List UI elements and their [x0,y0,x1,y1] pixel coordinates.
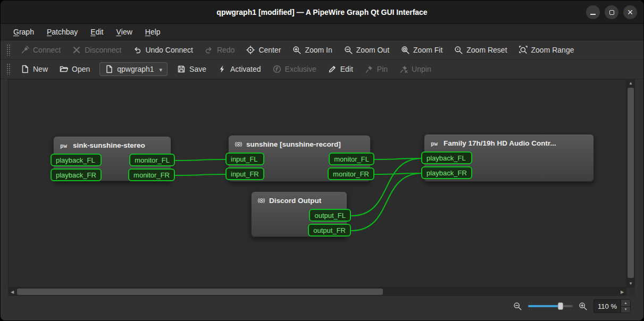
zoom-spinbox[interactable]: 110 % [593,299,631,313]
port-sunshine-input-fr[interactable]: input_FR [225,167,264,180]
port-sunshine-monitor-fl[interactable]: monitor_FL [329,153,374,165]
close-button[interactable] [623,5,637,19]
port-sink-monitor-fl[interactable]: monitor_FL [129,154,175,166]
toolbar-label: Save [189,65,206,73]
toolbar-center-button[interactable]: Center [240,43,287,57]
pipewire-icon: pw [60,142,69,149]
toolbar-undo-connect-button[interactable]: Undo Connect [127,43,199,57]
unpin-icon [399,65,408,73]
port-family-playback-fl[interactable]: playback_FL [421,151,472,164]
node-header: pwsink-sunshine-stereo [54,137,171,152]
toolbar-open-button[interactable]: Open [54,62,96,77]
zoom-reset-icon [454,46,463,54]
pipewire-icon: pw [430,140,440,147]
toolbar-zoom-out-button[interactable]: Zoom Out [338,43,395,57]
toolbar-handle-icon[interactable] [6,63,10,75]
port-discord-output-fr[interactable]: output_FR [308,224,351,236]
port-sunshine-monitor-fr[interactable]: monitor_FR [328,167,374,180]
toolbar-zoom-range-button[interactable]: Zoom Range [513,43,580,57]
node-title: sunshine [sunshine-record] [246,140,341,148]
port-sink-playback-fr[interactable]: playback_FR [51,168,102,181]
horizontal-scrollbar[interactable] [8,288,626,296]
toolbar-zoom-reset-button[interactable]: Zoom Reset [448,43,513,57]
node-title: sink-sunshine-stereo [73,141,145,149]
minimize-button[interactable] [586,5,600,19]
toolbar-label: Pin [377,65,388,73]
port-sunshine-input-fl[interactable]: input_FL [225,153,264,165]
toolbar-save-button[interactable]: Save [171,62,212,77]
minimize-icon [590,14,596,15]
maximize-icon [609,10,614,15]
zoom-out-icon [344,46,353,54]
toolbar-exclusive-button: Exclusive [267,62,322,77]
zoom-spin-up-icon[interactable] [621,300,630,307]
zoom-spin-down-icon[interactable] [621,307,630,313]
node-discord[interactable]: Discord Outputoutput_FLoutput_FR [251,191,347,237]
toolbar-handle-icon[interactable] [6,44,10,56]
node-header: sunshine [sunshine-record] [229,136,370,151]
toolbar-qpwgraph1-dropdown[interactable]: qpwgraph1 [99,62,168,76]
node-sunshine[interactable]: sunshine [sunshine-record]input_FLinput_… [228,135,371,182]
maximize-button[interactable] [605,5,618,19]
node-header: Discord Output [252,192,347,207]
toolbar-activated-button[interactable]: Activated [212,62,267,77]
menu-edit[interactable]: Edit [84,24,110,40]
toolbar-new-button[interactable]: New [15,62,54,77]
toolbar-pin-button: Pin [359,62,394,77]
wire-sink-monitor-fr-to-sunshine-input-fr[interactable] [175,174,226,175]
zoom-value: 110 % [594,300,621,312]
titlebar[interactable]: qpwgraph1 [modified] — A PipeWire Graph … [1,1,643,24]
pin-icon [365,65,373,73]
toolbar-label: Redo [217,46,235,54]
scroll-left-arrow-icon[interactable] [8,288,16,296]
exclusive-icon [273,65,281,73]
zoom-out-status-icon[interactable] [513,302,522,311]
toolbar-label: Edit [340,65,353,73]
toolbar-label: Activated [230,65,261,73]
app-window: qpwgraph1 [modified] — A PipeWire Graph … [0,0,644,321]
menu-graph[interactable]: Graph [7,24,40,40]
node-title: Discord Output [269,197,321,205]
scroll-down-arrow-icon[interactable] [626,280,635,288]
svg-text:pw: pw [60,142,67,148]
menu-patchbay[interactable]: Patchbay [40,24,84,40]
toolbar-zoom-in-button[interactable]: Zoom In [287,43,338,57]
port-sink-playback-fl[interactable]: playback_FL [51,154,102,166]
svg-text:pw: pw [431,140,438,146]
toolbar-label: Center [258,46,281,54]
zoom-slider-handle[interactable] [558,302,563,310]
scroll-right-arrow-icon[interactable] [618,288,626,296]
node-sink[interactable]: pwsink-sunshine-stereoplayback_FLplaybac… [53,136,171,181]
wire-discord-output-fr-to-family-playback-fr[interactable] [352,173,422,231]
statusbar: 110 % [1,296,643,321]
horizontal-scrollbar-handle[interactable] [17,289,383,295]
toolbar-label: Zoom In [305,46,332,54]
port-family-playback-fr[interactable]: playback_FR [421,166,472,179]
zoom-slider[interactable] [528,302,573,310]
toolbar-label: qpwgraph1 [117,65,154,73]
disconnect-icon [72,46,81,54]
redo-icon [205,46,213,54]
scrollbar-corner [626,288,635,296]
scroll-up-arrow-icon[interactable] [626,79,635,87]
toolbar-label: Zoom Range [531,46,574,54]
save-icon [177,65,186,73]
menu-help[interactable]: Help [139,24,167,40]
graph-canvas[interactable]: pwsink-sunshine-stereoplayback_FLplaybac… [8,79,626,288]
port-sink-monitor-fr[interactable]: monitor_FR [128,168,175,181]
toolbar-label: Exclusive [285,65,316,73]
zoom-range-icon [519,46,528,54]
toolbar-zoom-fit-button[interactable]: Zoom Fit [395,43,448,57]
port-discord-output-fl[interactable]: output_FL [309,209,351,222]
toolbar-edit-button[interactable]: Edit [322,62,359,77]
node-family[interactable]: pwFamily 17h/19h HD Audio Contr...playba… [424,134,594,182]
vertical-scrollbar-handle[interactable] [628,88,634,278]
monitor-source-icon [257,197,265,205]
zoom-slider-fill [528,305,560,307]
zoom-in-status-icon[interactable] [579,302,588,311]
monitor-source-icon [235,140,242,148]
menu-view[interactable]: View [110,24,138,40]
vertical-scrollbar[interactable] [626,79,635,288]
node-header: pwFamily 17h/19h HD Audio Contr... [424,134,593,150]
wire-sink-monitor-fl-to-sunshine-input-fl[interactable] [175,159,226,160]
